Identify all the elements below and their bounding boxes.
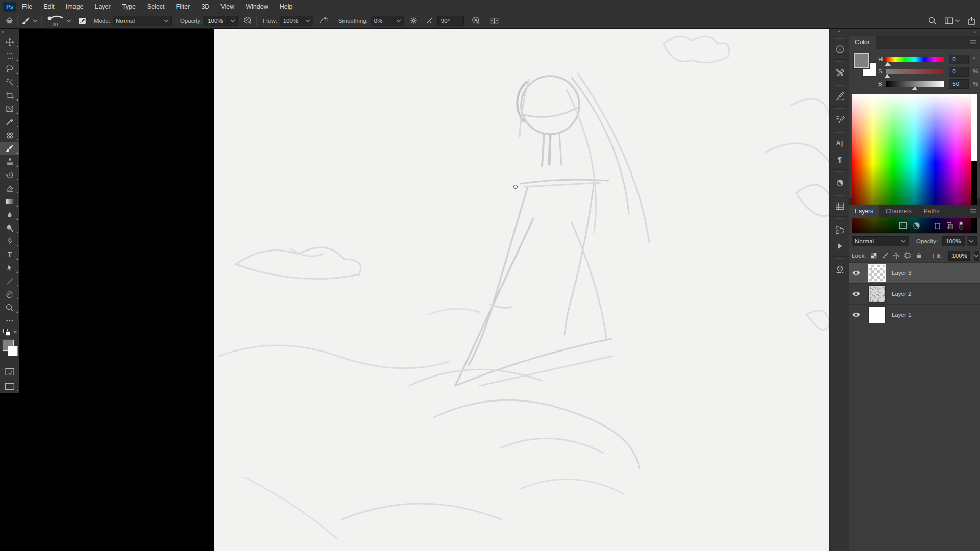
smoothing-value[interactable]: 0%: [371, 16, 394, 26]
menu-edit[interactable]: Edit: [38, 0, 60, 13]
brush-panel-toggle-icon[interactable]: [78, 16, 87, 26]
panel-tool-presets[interactable]: [830, 64, 849, 81]
opacity-value[interactable]: 100%: [204, 16, 228, 26]
menu-type[interactable]: Type: [116, 0, 141, 13]
panels-collapse-chevrons[interactable]: »: [849, 29, 980, 36]
foreground-color-swatch[interactable]: [854, 53, 869, 68]
screen-mode-button[interactable]: [0, 380, 19, 393]
layers-opacity-value[interactable]: 100%: [942, 236, 964, 246]
line-tool[interactable]: [0, 274, 19, 288]
history-brush-tool[interactable]: [0, 168, 19, 182]
smoothing-chevron[interactable]: [394, 16, 404, 26]
flow-value[interactable]: 100%: [280, 16, 303, 26]
rectangular-marquee-tool[interactable]: [0, 49, 19, 62]
menu-3d[interactable]: 3D: [195, 0, 215, 13]
saturation-slider[interactable]: [886, 69, 944, 74]
lock-artboard-icon[interactable]: [904, 252, 912, 259]
panel-menu-icon[interactable]: [969, 39, 977, 45]
layer-thumbnail[interactable]: [868, 264, 886, 282]
visibility-toggle[interactable]: [849, 305, 864, 325]
color-swatches[interactable]: [0, 339, 19, 361]
search-icon[interactable]: [928, 16, 937, 26]
panel-swatches[interactable]: [830, 198, 849, 214]
magic-wand-tool[interactable]: [0, 76, 19, 89]
document-canvas[interactable]: [214, 29, 829, 551]
layer-name[interactable]: Layer 1: [892, 312, 911, 318]
brightness-slider[interactable]: [886, 81, 944, 87]
tab-channels[interactable]: Channels: [879, 205, 918, 218]
brightness-value[interactable]: 50: [949, 79, 969, 89]
panel-history[interactable]: [830, 221, 849, 238]
layer-thumbnail[interactable]: [868, 285, 886, 303]
lock-paint-icon[interactable]: [881, 252, 889, 259]
panel-adjustments[interactable]: [830, 174, 849, 191]
dock-collapse-chevrons[interactable]: «: [830, 29, 849, 36]
menu-help[interactable]: Help: [274, 0, 299, 13]
chevron-down-icon[interactable]: [33, 19, 38, 22]
quick-mask-button[interactable]: [0, 365, 19, 379]
type-tool[interactable]: T: [0, 248, 19, 261]
menu-select[interactable]: Select: [141, 0, 170, 13]
menu-view[interactable]: View: [215, 0, 240, 13]
panel-character[interactable]: A|: [830, 135, 849, 151]
menu-filter[interactable]: Filter: [170, 0, 196, 13]
panel-libraries[interactable]: [830, 261, 849, 278]
lock-all-icon[interactable]: [916, 252, 922, 259]
layer-name[interactable]: Layer 2: [892, 291, 911, 297]
lock-transparency-icon[interactable]: [870, 252, 877, 259]
panel-menu-icon[interactable]: [969, 208, 977, 214]
blur-tool[interactable]: [0, 208, 19, 221]
fill-chevron[interactable]: [974, 251, 979, 261]
background-color-swatch[interactable]: [8, 346, 18, 356]
saturation-value[interactable]: 0: [949, 67, 969, 77]
tab-paths[interactable]: Paths: [918, 205, 946, 218]
menu-window[interactable]: Window: [240, 0, 274, 13]
frame-tool[interactable]: [0, 102, 19, 115]
crop-tool[interactable]: [0, 89, 19, 102]
hue-slider[interactable]: [886, 57, 944, 62]
adjustment-filter-icon[interactable]: [912, 221, 921, 230]
pen-tool[interactable]: [0, 235, 19, 248]
pressure-opacity-icon[interactable]: [243, 16, 253, 26]
airbrush-icon[interactable]: [318, 16, 328, 26]
menu-layer[interactable]: Layer: [89, 0, 116, 13]
eyedropper-tool[interactable]: [0, 115, 19, 129]
layer-row-layer-1[interactable]: Layer 1: [849, 305, 980, 325]
menu-file[interactable]: File: [16, 0, 38, 13]
hand-tool[interactable]: [0, 288, 19, 301]
symmetry-butterfly-icon[interactable]: [489, 16, 500, 26]
panel-paragraph[interactable]: ¶: [830, 151, 849, 167]
home-icon[interactable]: [5, 16, 14, 25]
clone-stamp-tool[interactable]: [0, 155, 19, 168]
panel-actions[interactable]: [830, 238, 849, 254]
brightness-slider-thumb[interactable]: [912, 86, 918, 90]
menu-image[interactable]: Image: [60, 0, 89, 13]
panel-info[interactable]: [830, 41, 849, 57]
hue-value[interactable]: 0: [949, 55, 969, 64]
smoothing-gear-icon[interactable]: [409, 16, 418, 25]
blend-mode-dropdown[interactable]: Normal: [852, 236, 909, 246]
panel-brushes[interactable]: [830, 88, 849, 104]
edit-toolbar-button[interactable]: [0, 314, 19, 328]
panel-brush-settings[interactable]: [830, 111, 849, 128]
filter-toggle-pill-icon[interactable]: [958, 221, 964, 230]
share-icon[interactable]: [967, 16, 976, 26]
fill-value[interactable]: 100%: [948, 251, 970, 261]
visibility-toggle[interactable]: [849, 284, 864, 305]
pixel-filter-icon[interactable]: [899, 222, 908, 229]
layer-row-layer-3[interactable]: Layer 3: [849, 263, 980, 284]
gradient-tool[interactable]: [0, 195, 19, 208]
flow-chevron[interactable]: [303, 16, 313, 26]
brush-tool[interactable]: [0, 142, 19, 155]
tab-color[interactable]: Color: [849, 36, 876, 49]
brush-tool-icon[interactable]: [21, 16, 31, 26]
lock-position-icon[interactable]: [893, 252, 900, 259]
mode-dropdown[interactable]: Normal: [113, 16, 172, 26]
healing-brush-tool[interactable]: [0, 129, 19, 142]
zoom-tool[interactable]: [0, 301, 19, 314]
layer-thumbnail[interactable]: [868, 306, 886, 323]
default-swap-colors[interactable]: [0, 328, 19, 338]
dodge-tool[interactable]: [0, 221, 19, 235]
shape-filter-icon[interactable]: [934, 222, 941, 230]
pressure-size-icon[interactable]: [471, 16, 481, 26]
